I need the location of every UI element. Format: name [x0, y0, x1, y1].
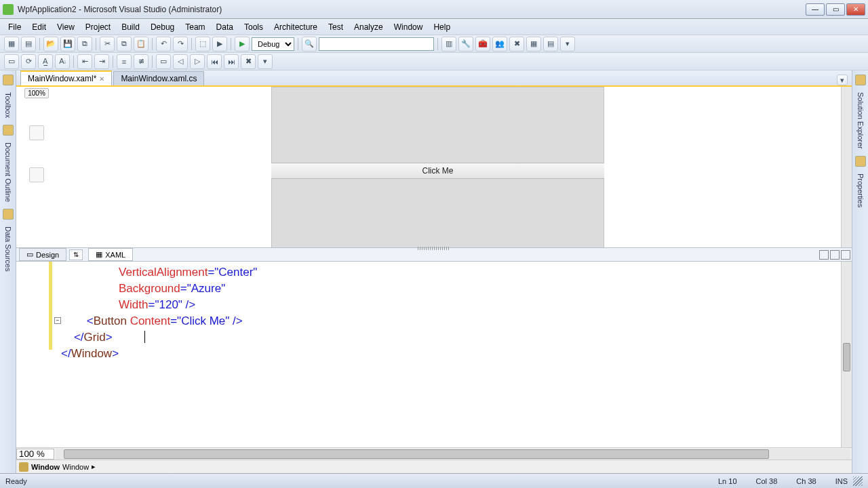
menu-build[interactable]: Build — [116, 20, 145, 34]
rail-solution-explorer[interactable]: Solution Explorer — [855, 89, 866, 152]
toolbox-rail-icon[interactable] — [3, 75, 14, 85]
add-item-icon[interactable]: ▤ — [21, 37, 36, 52]
rail-properties[interactable]: Properties — [855, 171, 866, 210]
xaml-editor[interactable]: − VerticalAlignment="Center" Background=… — [16, 262, 852, 447]
prev-bookmark-folder-icon[interactable]: ⏮ — [207, 54, 222, 69]
wpf-button-preview[interactable]: Click Me — [271, 163, 604, 179]
rail-data-sources[interactable]: Data Sources — [3, 224, 14, 274]
outline-toggle-icon[interactable]: − — [54, 317, 61, 324]
active-files-dropdown-icon[interactable]: ▾ — [837, 75, 848, 85]
solution-config-select[interactable]: Debug — [252, 37, 294, 51]
undo-icon[interactable]: ↶ — [156, 37, 171, 52]
resize-grip-icon[interactable] — [853, 476, 863, 486]
menu-architecture[interactable]: Architecture — [269, 20, 323, 34]
next-bookmark-icon[interactable]: ▷ — [190, 54, 205, 69]
editor-vscroll[interactable] — [841, 262, 852, 447]
hscroll-thumb[interactable] — [64, 449, 769, 459]
status-bar: Ready Ln 10 Col 38 Ch 38 INS — [0, 473, 868, 488]
menu-window[interactable]: Window — [389, 20, 429, 34]
window-title: WpfApplication2 - Microsoft Visual Studi… — [18, 5, 806, 14]
find-in-files-icon[interactable]: 🔍 — [302, 37, 317, 52]
rail-document-outline[interactable]: Document Outline — [3, 140, 14, 205]
nav-back-icon[interactable]: ⬚ — [195, 37, 210, 52]
nav-fwd-icon[interactable]: ▶ — [212, 37, 227, 52]
save-icon[interactable]: 💾 — [60, 37, 75, 52]
design-canvas[interactable]: Click Me — [57, 87, 852, 247]
display-object-icon[interactable]: ▭ — [4, 54, 19, 69]
save-all-icon[interactable]: ⧉ — [77, 37, 92, 52]
vscroll-thumb[interactable] — [843, 343, 850, 371]
display-param-icon[interactable]: ⟳ — [21, 54, 36, 69]
next-bookmark-folder-icon[interactable]: ⏭ — [224, 54, 239, 69]
menu-tools[interactable]: Tools — [239, 20, 269, 34]
new-project-icon[interactable]: ▦ — [4, 37, 19, 52]
splitter-grip[interactable] — [418, 247, 450, 250]
redo-icon[interactable]: ↷ — [173, 37, 188, 52]
comment-icon[interactable]: ≡ — [117, 54, 132, 69]
start-page-icon[interactable]: ✖ — [509, 37, 524, 52]
uncomment-icon[interactable]: ≢ — [134, 54, 149, 69]
docoutline-rail-icon[interactable] — [3, 125, 14, 136]
chevron-right-icon[interactable]: ▸ — [92, 462, 96, 471]
menu-debug[interactable]: Debug — [145, 20, 180, 34]
zoom-slider[interactable] — [29, 125, 44, 140]
close-button[interactable]: ✕ — [846, 3, 865, 16]
menu-help[interactable]: Help — [428, 20, 456, 34]
paste-icon[interactable]: 📋 — [134, 37, 149, 52]
ext-mgr-icon[interactable]: ▦ — [526, 37, 541, 52]
split-vertical-icon[interactable] — [819, 250, 829, 260]
decrease-indent-icon[interactable]: ⇤ — [77, 54, 92, 69]
collapse-pane-icon[interactable] — [841, 250, 850, 260]
swap-panes-icon[interactable]: ⇅ — [69, 249, 83, 260]
display-word-icon[interactable]: A̲ — [38, 54, 53, 69]
display-quick-icon[interactable]: Aᵢ — [55, 54, 70, 69]
menu-data[interactable]: Data — [211, 20, 239, 34]
properties-rail-icon[interactable] — [855, 156, 866, 167]
team-explorer-icon[interactable]: 👥 — [492, 37, 507, 52]
wpf-button-label: Click Me — [422, 166, 453, 176]
open-icon[interactable]: 📂 — [43, 37, 58, 52]
properties-icon[interactable]: 🔧 — [458, 37, 473, 52]
toolbox-icon[interactable]: 🧰 — [475, 37, 490, 52]
code-content[interactable]: VerticalAlignment="Center" Background="A… — [56, 262, 257, 447]
maximize-button[interactable]: ▭ — [826, 3, 845, 16]
solution-explorer-icon[interactable]: ▥ — [441, 37, 456, 52]
copy-icon[interactable]: ⧉ — [117, 37, 132, 52]
minimize-button[interactable]: — — [806, 3, 825, 16]
start-debug-icon[interactable]: ▶ — [235, 37, 250, 52]
menu-test[interactable]: Test — [323, 20, 349, 34]
designer-zoom-badge[interactable]: 100% — [24, 88, 49, 98]
menu-team[interactable]: Team — [180, 20, 210, 34]
prev-bookmark-icon[interactable]: ◁ — [173, 54, 188, 69]
find-combo[interactable] — [319, 37, 434, 51]
tab-mainwindow-xaml[interactable]: MainWindow.xaml* ✕ — [20, 70, 112, 85]
tab-mainwindow-xaml-cs[interactable]: MainWindow.xaml.cs — [113, 71, 204, 85]
menu-project[interactable]: Project — [80, 20, 116, 34]
menu-edit[interactable]: Edit — [26, 20, 52, 34]
menu-view[interactable]: View — [52, 20, 80, 34]
split-horizontal-icon[interactable] — [830, 250, 840, 260]
clear-bookmarks-icon[interactable]: ✖ — [241, 54, 256, 69]
more-icon[interactable]: ▾ — [560, 37, 575, 52]
editor-hscroll[interactable] — [56, 449, 850, 460]
more2-icon[interactable]: ▾ — [258, 54, 273, 69]
breadcrumb-item[interactable]: Window — [62, 463, 89, 471]
wpf-window-preview[interactable]: Click Me — [267, 87, 608, 247]
solution-explorer-rail-icon[interactable] — [855, 75, 866, 85]
tab-xaml[interactable]: ▦XAML — [88, 248, 133, 261]
menu-file[interactable]: File — [3, 20, 26, 34]
cut-icon[interactable]: ✂ — [100, 37, 115, 52]
other-window-icon[interactable]: ▤ — [543, 37, 558, 52]
editor-zoom-select[interactable] — [16, 449, 54, 460]
tab-design[interactable]: ▭Design — [19, 248, 66, 261]
bookmark-icon[interactable]: ▭ — [156, 54, 171, 69]
menu-analyze[interactable]: Analyze — [349, 20, 389, 34]
designer-vscroll[interactable] — [841, 87, 852, 247]
pan-tool-icon[interactable] — [29, 167, 44, 182]
status-ins: INS — [835, 477, 848, 485]
breadcrumb-item[interactable]: Window — [31, 463, 60, 471]
close-tab-icon[interactable]: ✕ — [99, 75, 104, 83]
datasources-rail-icon[interactable] — [3, 209, 14, 220]
rail-toolbox[interactable]: Toolbox — [3, 89, 14, 121]
increase-indent-icon[interactable]: ⇥ — [94, 54, 109, 69]
